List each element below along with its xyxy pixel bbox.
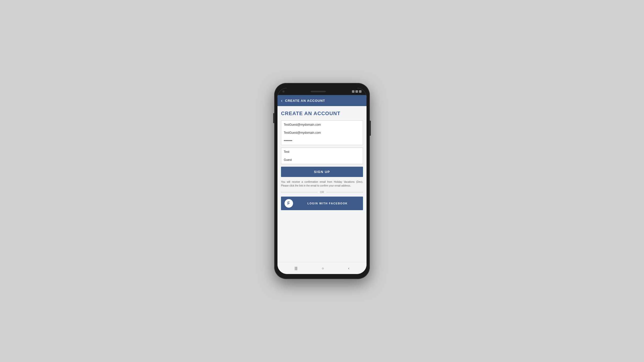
status-icons	[352, 90, 361, 93]
battery-icon	[359, 90, 361, 93]
facebook-login-button[interactable]: f LOGIN WITH FACEBOOK	[281, 197, 363, 210]
sign-up-button[interactable]: SIGN UP	[281, 167, 363, 177]
last-name-input[interactable]	[281, 156, 363, 164]
back-button[interactable]: ‹	[281, 98, 283, 103]
camera-dot	[283, 90, 285, 93]
or-text: OR	[320, 191, 324, 194]
name-form-group	[281, 148, 363, 164]
nav-title: CREATE AN ACCOUNT	[285, 99, 325, 103]
page-title: CREATE AN ACCOUNT	[281, 111, 363, 116]
signal-icon	[352, 90, 354, 93]
home-button[interactable]: ○	[318, 264, 327, 272]
back-nav-button[interactable]: ‹	[345, 264, 353, 272]
wifi-icon	[355, 90, 358, 93]
credentials-form-group	[281, 120, 363, 145]
confirm-email-input[interactable]	[281, 129, 363, 137]
phone-device: ‹ CREATE AN ACCOUNT CREATE AN ACCOUNT SI…	[274, 83, 370, 279]
first-name-input[interactable]	[281, 148, 363, 156]
screen-content: CREATE AN ACCOUNT SIGN UP You will recei…	[277, 106, 367, 262]
password-input[interactable]	[281, 137, 363, 145]
top-nav-bar: ‹ CREATE AN ACCOUNT	[277, 95, 367, 106]
phone-screen: ‹ CREATE AN ACCOUNT CREATE AN ACCOUNT SI…	[277, 88, 367, 274]
or-line-right	[327, 192, 363, 192]
facebook-f-letter: f	[287, 201, 290, 206]
speaker-bar	[311, 91, 326, 92]
facebook-button-label: LOGIN WITH FACEBOOK	[296, 202, 359, 205]
facebook-icon: f	[285, 199, 293, 208]
status-bar	[277, 88, 367, 95]
confirmation-text: You will receive a confirmation email fr…	[281, 180, 363, 188]
or-divider: OR	[281, 191, 363, 194]
menu-button[interactable]: |||	[291, 264, 301, 272]
bottom-nav-bar: ||| ○ ‹	[277, 262, 367, 274]
email-input[interactable]	[281, 120, 363, 129]
or-line-left	[281, 192, 317, 192]
